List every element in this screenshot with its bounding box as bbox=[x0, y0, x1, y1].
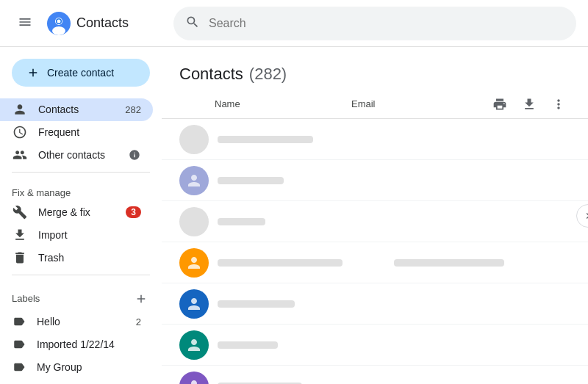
contact-name bbox=[218, 259, 343, 267]
sidebar-item-contacts-label: Contacts bbox=[38, 104, 125, 115]
label-icon-imported bbox=[12, 337, 26, 352]
search-bar bbox=[173, 7, 576, 40]
app-logo-icon bbox=[47, 12, 71, 35]
contact-row[interactable] bbox=[162, 201, 588, 242]
content-area: Contacts (282) Name Email bbox=[162, 47, 588, 384]
main-layout: Create contact Contacts 282 Frequent Oth… bbox=[0, 47, 588, 384]
content-title: Contacts bbox=[179, 65, 243, 84]
sidebar-item-frequent[interactable]: Frequent bbox=[0, 121, 153, 144]
app-title: Contacts bbox=[76, 15, 129, 31]
info-icon bbox=[128, 148, 141, 162]
sidebar-item-contacts-count: 282 bbox=[125, 104, 141, 115]
divider-1 bbox=[12, 172, 150, 173]
search-icon bbox=[185, 15, 200, 32]
divider-2 bbox=[12, 275, 150, 275]
contact-info bbox=[218, 259, 570, 267]
frequent-icon bbox=[12, 124, 28, 140]
contact-row[interactable] bbox=[162, 325, 588, 366]
contact-row[interactable] bbox=[162, 242, 588, 283]
contact-name bbox=[218, 177, 284, 184]
sidebar-item-import-label: Import bbox=[38, 229, 141, 241]
contact-info bbox=[218, 300, 570, 308]
sidebar-item-trash-label: Trash bbox=[38, 252, 141, 264]
contact-info bbox=[218, 341, 570, 349]
sidebar-item-merge-label: Merge & fix bbox=[38, 206, 126, 218]
sidebar-item-contacts[interactable]: Contacts 282 bbox=[0, 98, 153, 121]
table-header: Name Email bbox=[162, 90, 588, 119]
sidebar-item-merge[interactable]: Merge & fix 3 bbox=[0, 201, 153, 224]
more-options-button[interactable] bbox=[547, 93, 570, 116]
contacts-list bbox=[162, 119, 588, 384]
contact-info bbox=[218, 136, 570, 143]
sidebar-item-frequent-label: Frequent bbox=[38, 126, 141, 138]
contact-info bbox=[218, 177, 570, 184]
avatar bbox=[179, 289, 209, 319]
svg-point-4 bbox=[57, 19, 61, 23]
contact-row[interactable] bbox=[162, 283, 588, 325]
merge-icon bbox=[12, 204, 28, 220]
column-name-header: Name bbox=[179, 98, 351, 109]
contact-name bbox=[218, 300, 295, 308]
person-icon bbox=[12, 101, 28, 117]
label-imported-name: Imported 1/22/14 bbox=[37, 338, 141, 350]
sidebar: Create contact Contacts 282 Frequent Oth… bbox=[0, 47, 162, 384]
add-label-button[interactable] bbox=[132, 290, 150, 308]
label-icon-hello bbox=[12, 314, 26, 329]
table-actions bbox=[488, 93, 570, 116]
avatar bbox=[179, 125, 209, 154]
contact-name bbox=[218, 218, 265, 225]
other-contacts-icon bbox=[12, 147, 28, 163]
column-email-header: Email bbox=[351, 98, 488, 109]
create-contact-label: Create contact bbox=[47, 67, 114, 79]
label-item-mygroup[interactable]: My Group bbox=[0, 355, 153, 378]
merge-badge: 3 bbox=[126, 206, 141, 218]
contact-name bbox=[218, 136, 313, 143]
labels-header-text: Labels bbox=[12, 293, 132, 304]
fix-manage-header: Fix & manage bbox=[0, 178, 162, 201]
label-item-imported[interactable]: Imported 1/22/14 bbox=[0, 333, 153, 356]
sidebar-item-import[interactable]: Import bbox=[0, 224, 153, 247]
contact-row[interactable] bbox=[162, 160, 588, 201]
top-bar-left: Contacts bbox=[12, 9, 173, 37]
create-contact-button[interactable]: Create contact bbox=[12, 59, 150, 87]
svg-point-2 bbox=[52, 26, 65, 35]
contact-info bbox=[218, 218, 570, 225]
avatar bbox=[179, 330, 209, 360]
sidebar-item-other-contacts-label: Other contacts bbox=[38, 149, 128, 161]
trash-icon bbox=[12, 250, 28, 266]
contact-row[interactable] bbox=[162, 119, 588, 160]
print-button[interactable] bbox=[488, 93, 512, 116]
contact-email bbox=[394, 259, 504, 267]
sidebar-item-other-contacts[interactable]: Other contacts bbox=[0, 143, 153, 166]
contact-row[interactable] bbox=[162, 366, 588, 384]
top-bar: Contacts bbox=[0, 0, 588, 47]
avatar bbox=[179, 207, 209, 236]
sidebar-item-trash[interactable]: Trash bbox=[0, 246, 153, 269]
contact-count: (282) bbox=[249, 65, 287, 84]
hamburger-button[interactable] bbox=[12, 9, 38, 37]
import-icon bbox=[12, 227, 28, 243]
label-mygroup-name: My Group bbox=[37, 361, 141, 373]
label-item-hello[interactable]: Hello 2 bbox=[0, 311, 153, 333]
avatar bbox=[179, 166, 209, 195]
label-icon-mygroup bbox=[12, 360, 26, 374]
labels-header: Labels bbox=[0, 281, 162, 311]
export-button[interactable] bbox=[517, 93, 541, 116]
app-logo: Contacts bbox=[47, 12, 129, 35]
avatar bbox=[179, 248, 209, 278]
contact-name bbox=[218, 341, 278, 349]
label-hello-count: 2 bbox=[136, 316, 141, 327]
search-input[interactable] bbox=[209, 17, 564, 30]
avatar bbox=[179, 372, 209, 385]
content-header: Contacts (282) bbox=[162, 47, 588, 90]
label-hello-name: Hello bbox=[37, 316, 136, 327]
